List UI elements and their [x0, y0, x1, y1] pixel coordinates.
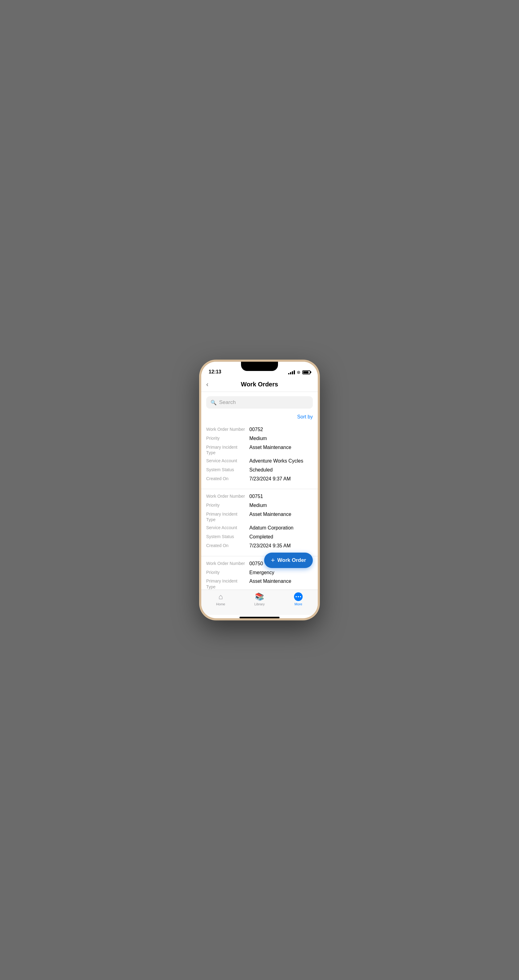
create-work-order-fab[interactable]: + Work Order	[264, 553, 313, 568]
field-label: Priority	[206, 502, 249, 509]
home-icon: ⌂	[219, 592, 223, 601]
field-value: 00751	[249, 493, 263, 500]
tab-library-label: Library	[254, 602, 265, 606]
field-value: Emergency	[249, 570, 274, 576]
field-value: Asset Maintenance	[249, 511, 291, 522]
field-value: Medium	[249, 502, 267, 509]
work-order-card-wo-00751[interactable]: Work Order Number00751PriorityMediumPrim…	[201, 489, 318, 556]
tab-home-label: Home	[216, 602, 225, 606]
status-icons: ⊛	[288, 370, 310, 375]
field-label: Service Account	[206, 458, 249, 465]
field-value: Medium	[249, 436, 267, 442]
field-row: Primary Incident TypeAsset Maintenance	[206, 578, 313, 589]
field-label: System Status	[206, 467, 249, 473]
field-label: Priority	[206, 436, 249, 442]
field-row: System StatusScheduled	[206, 467, 313, 473]
field-value: Asset Maintenance	[249, 444, 291, 455]
tab-more[interactable]: More	[279, 592, 318, 606]
field-label: Work Order Number	[206, 493, 249, 500]
sort-row: Sort by	[201, 413, 318, 422]
home-indicator	[240, 617, 279, 618]
field-row: Created On7/23/2024 9:37 AM	[206, 476, 313, 482]
field-row: PriorityMedium	[206, 502, 313, 509]
notch	[241, 362, 278, 371]
field-value: Completed	[249, 534, 273, 540]
field-row: Primary Incident TypeAsset Maintenance	[206, 444, 313, 455]
search-container: 🔍 Search	[201, 392, 318, 413]
field-label: Primary Incident Type	[206, 511, 249, 522]
fab-plus-icon: +	[271, 557, 275, 564]
page-title: Work Orders	[241, 381, 278, 388]
field-row: Work Order Number00751	[206, 493, 313, 500]
phone-screen: 12:13 ⊛ ‹ Work Orders	[201, 362, 318, 618]
field-label: Work Order Number	[206, 561, 249, 567]
field-value: 7/23/2024 9:37 AM	[249, 476, 290, 482]
tab-library[interactable]: 📚 Library	[240, 592, 279, 606]
fab-label: Work Order	[278, 557, 306, 563]
field-row: System StatusCompleted	[206, 534, 313, 540]
field-value: 00750	[249, 561, 263, 567]
battery-icon	[302, 370, 310, 374]
field-row: Primary Incident TypeAsset Maintenance	[206, 511, 313, 522]
field-value: 7/23/2024 9:35 AM	[249, 543, 290, 549]
field-row: Service AccountAdatum Corporation	[206, 525, 313, 531]
field-row: Work Order Number00752	[206, 426, 313, 433]
field-value: Adatum Corporation	[249, 525, 294, 531]
field-value: 00752	[249, 426, 263, 433]
field-label: Work Order Number	[206, 426, 249, 433]
field-value: Adventure Works Cycles	[249, 458, 303, 465]
field-label: Primary Incident Type	[206, 578, 249, 589]
field-row: Service AccountAdventure Works Cycles	[206, 458, 313, 465]
page-header: ‹ Work Orders	[201, 377, 318, 392]
field-label: Service Account	[206, 525, 249, 531]
library-icon: 📚	[255, 592, 264, 601]
field-row: Created On7/23/2024 9:35 AM	[206, 543, 313, 549]
search-icon: 🔍	[211, 400, 217, 406]
field-label: Created On	[206, 476, 249, 482]
status-bar: 12:13 ⊛	[201, 362, 318, 377]
more-icon	[294, 592, 303, 601]
field-label: Priority	[206, 570, 249, 576]
field-value: Scheduled	[249, 467, 273, 473]
tab-more-label: More	[294, 602, 302, 606]
field-label: System Status	[206, 534, 249, 540]
field-value: Asset Maintenance	[249, 578, 291, 589]
field-label: Created On	[206, 543, 249, 549]
field-row: PriorityEmergency	[206, 570, 313, 576]
field-label: Primary Incident Type	[206, 444, 249, 455]
wifi-icon: ⊛	[297, 370, 300, 375]
content-area: 🔍 Search Sort by Work Order Number00752P…	[201, 392, 318, 590]
search-placeholder: Search	[219, 399, 236, 406]
signal-icon	[288, 370, 295, 374]
field-row: PriorityMedium	[206, 436, 313, 442]
work-order-card-wo-00752[interactable]: Work Order Number00752PriorityMediumPrim…	[201, 422, 318, 489]
phone-frame: 12:13 ⊛ ‹ Work Orders	[199, 360, 320, 620]
tab-home[interactable]: ⌂ Home	[201, 592, 240, 606]
search-bar[interactable]: 🔍 Search	[206, 396, 313, 409]
sort-by-button[interactable]: Sort by	[297, 414, 313, 420]
tab-bar: ⌂ Home 📚 Library More	[201, 590, 318, 615]
back-button[interactable]: ‹	[206, 380, 208, 388]
status-time: 12:13	[209, 369, 221, 375]
